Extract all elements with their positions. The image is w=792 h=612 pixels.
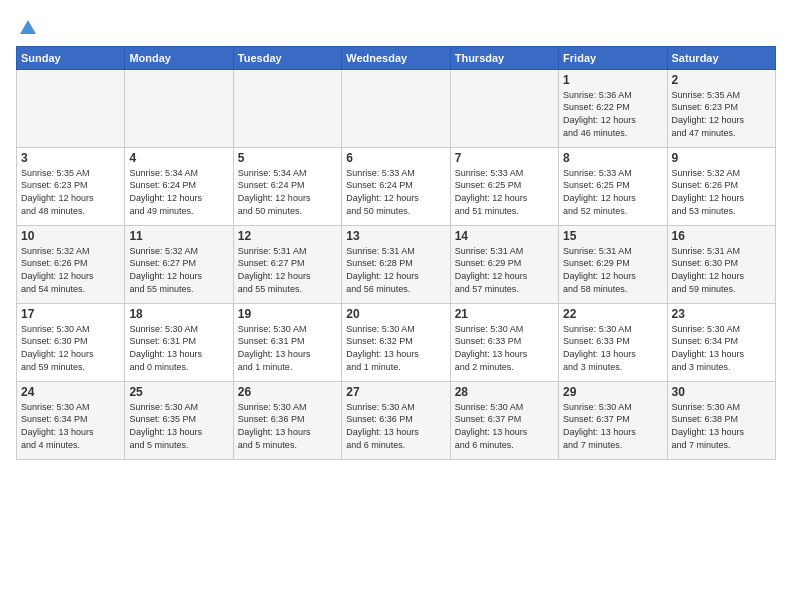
calendar-header-cell: Sunday — [17, 46, 125, 69]
day-info: Sunrise: 5:30 AM Sunset: 6:34 PM Dayligh… — [672, 323, 771, 373]
day-info: Sunrise: 5:31 AM Sunset: 6:30 PM Dayligh… — [672, 245, 771, 295]
calendar-day-cell: 10Sunrise: 5:32 AM Sunset: 6:26 PM Dayli… — [17, 225, 125, 303]
calendar-day-cell: 27Sunrise: 5:30 AM Sunset: 6:36 PM Dayli… — [342, 381, 450, 459]
calendar-day-cell: 24Sunrise: 5:30 AM Sunset: 6:34 PM Dayli… — [17, 381, 125, 459]
calendar-day-cell: 29Sunrise: 5:30 AM Sunset: 6:37 PM Dayli… — [559, 381, 667, 459]
day-info: Sunrise: 5:35 AM Sunset: 6:23 PM Dayligh… — [672, 89, 771, 139]
calendar-day-cell: 5Sunrise: 5:34 AM Sunset: 6:24 PM Daylig… — [233, 147, 341, 225]
calendar-day-cell — [342, 69, 450, 147]
calendar-day-cell: 4Sunrise: 5:34 AM Sunset: 6:24 PM Daylig… — [125, 147, 233, 225]
day-info: Sunrise: 5:31 AM Sunset: 6:28 PM Dayligh… — [346, 245, 445, 295]
calendar-day-cell: 8Sunrise: 5:33 AM Sunset: 6:25 PM Daylig… — [559, 147, 667, 225]
calendar-table: SundayMondayTuesdayWednesdayThursdayFrid… — [16, 46, 776, 460]
day-info: Sunrise: 5:30 AM Sunset: 6:33 PM Dayligh… — [455, 323, 554, 373]
day-info: Sunrise: 5:33 AM Sunset: 6:25 PM Dayligh… — [455, 167, 554, 217]
calendar-day-cell — [17, 69, 125, 147]
calendar-header-cell: Monday — [125, 46, 233, 69]
day-info: Sunrise: 5:30 AM Sunset: 6:37 PM Dayligh… — [455, 401, 554, 451]
day-info: Sunrise: 5:31 AM Sunset: 6:29 PM Dayligh… — [563, 245, 662, 295]
day-number: 30 — [672, 385, 771, 399]
day-number: 4 — [129, 151, 228, 165]
calendar-day-cell — [450, 69, 558, 147]
day-info: Sunrise: 5:32 AM Sunset: 6:26 PM Dayligh… — [21, 245, 120, 295]
calendar-day-cell: 15Sunrise: 5:31 AM Sunset: 6:29 PM Dayli… — [559, 225, 667, 303]
calendar-day-cell — [125, 69, 233, 147]
day-info: Sunrise: 5:32 AM Sunset: 6:26 PM Dayligh… — [672, 167, 771, 217]
day-number: 27 — [346, 385, 445, 399]
calendar-day-cell: 7Sunrise: 5:33 AM Sunset: 6:25 PM Daylig… — [450, 147, 558, 225]
calendar-day-cell: 21Sunrise: 5:30 AM Sunset: 6:33 PM Dayli… — [450, 303, 558, 381]
day-info: Sunrise: 5:30 AM Sunset: 6:30 PM Dayligh… — [21, 323, 120, 373]
day-number: 18 — [129, 307, 228, 321]
calendar-day-cell: 13Sunrise: 5:31 AM Sunset: 6:28 PM Dayli… — [342, 225, 450, 303]
calendar-day-cell: 22Sunrise: 5:30 AM Sunset: 6:33 PM Dayli… — [559, 303, 667, 381]
calendar-week-row: 3Sunrise: 5:35 AM Sunset: 6:23 PM Daylig… — [17, 147, 776, 225]
calendar-header-cell: Wednesday — [342, 46, 450, 69]
day-number: 1 — [563, 73, 662, 87]
header — [16, 12, 776, 38]
calendar-day-cell: 11Sunrise: 5:32 AM Sunset: 6:27 PM Dayli… — [125, 225, 233, 303]
day-number: 7 — [455, 151, 554, 165]
day-info: Sunrise: 5:30 AM Sunset: 6:37 PM Dayligh… — [563, 401, 662, 451]
day-number: 3 — [21, 151, 120, 165]
day-info: Sunrise: 5:30 AM Sunset: 6:34 PM Dayligh… — [21, 401, 120, 451]
calendar-week-row: 17Sunrise: 5:30 AM Sunset: 6:30 PM Dayli… — [17, 303, 776, 381]
day-number: 20 — [346, 307, 445, 321]
calendar-day-cell: 17Sunrise: 5:30 AM Sunset: 6:30 PM Dayli… — [17, 303, 125, 381]
day-number: 16 — [672, 229, 771, 243]
day-number: 24 — [21, 385, 120, 399]
calendar-header-cell: Saturday — [667, 46, 775, 69]
calendar-day-cell: 14Sunrise: 5:31 AM Sunset: 6:29 PM Dayli… — [450, 225, 558, 303]
day-info: Sunrise: 5:33 AM Sunset: 6:24 PM Dayligh… — [346, 167, 445, 217]
day-info: Sunrise: 5:36 AM Sunset: 6:22 PM Dayligh… — [563, 89, 662, 139]
page-container: SundayMondayTuesdayWednesdayThursdayFrid… — [0, 0, 792, 468]
day-number: 25 — [129, 385, 228, 399]
day-number: 15 — [563, 229, 662, 243]
day-number: 22 — [563, 307, 662, 321]
day-number: 29 — [563, 385, 662, 399]
day-number: 26 — [238, 385, 337, 399]
day-info: Sunrise: 5:30 AM Sunset: 6:32 PM Dayligh… — [346, 323, 445, 373]
day-info: Sunrise: 5:34 AM Sunset: 6:24 PM Dayligh… — [238, 167, 337, 217]
day-number: 6 — [346, 151, 445, 165]
day-info: Sunrise: 5:31 AM Sunset: 6:27 PM Dayligh… — [238, 245, 337, 295]
calendar-header-cell: Thursday — [450, 46, 558, 69]
calendar-week-row: 24Sunrise: 5:30 AM Sunset: 6:34 PM Dayli… — [17, 381, 776, 459]
logo-icon — [18, 18, 38, 38]
day-number: 9 — [672, 151, 771, 165]
calendar-day-cell: 19Sunrise: 5:30 AM Sunset: 6:31 PM Dayli… — [233, 303, 341, 381]
calendar-header-cell: Friday — [559, 46, 667, 69]
day-info: Sunrise: 5:31 AM Sunset: 6:29 PM Dayligh… — [455, 245, 554, 295]
day-info: Sunrise: 5:30 AM Sunset: 6:33 PM Dayligh… — [563, 323, 662, 373]
calendar-day-cell: 1Sunrise: 5:36 AM Sunset: 6:22 PM Daylig… — [559, 69, 667, 147]
calendar-day-cell — [233, 69, 341, 147]
calendar-day-cell: 20Sunrise: 5:30 AM Sunset: 6:32 PM Dayli… — [342, 303, 450, 381]
calendar-day-cell: 28Sunrise: 5:30 AM Sunset: 6:37 PM Dayli… — [450, 381, 558, 459]
calendar-day-cell: 3Sunrise: 5:35 AM Sunset: 6:23 PM Daylig… — [17, 147, 125, 225]
day-number: 10 — [21, 229, 120, 243]
calendar-day-cell: 2Sunrise: 5:35 AM Sunset: 6:23 PM Daylig… — [667, 69, 775, 147]
day-info: Sunrise: 5:35 AM Sunset: 6:23 PM Dayligh… — [21, 167, 120, 217]
day-number: 14 — [455, 229, 554, 243]
day-number: 21 — [455, 307, 554, 321]
calendar-day-cell: 12Sunrise: 5:31 AM Sunset: 6:27 PM Dayli… — [233, 225, 341, 303]
day-number: 17 — [21, 307, 120, 321]
day-info: Sunrise: 5:30 AM Sunset: 6:36 PM Dayligh… — [346, 401, 445, 451]
calendar-day-cell: 18Sunrise: 5:30 AM Sunset: 6:31 PM Dayli… — [125, 303, 233, 381]
svg-marker-0 — [20, 20, 36, 34]
day-info: Sunrise: 5:30 AM Sunset: 6:38 PM Dayligh… — [672, 401, 771, 451]
day-number: 5 — [238, 151, 337, 165]
calendar-header-cell: Tuesday — [233, 46, 341, 69]
calendar-day-cell: 16Sunrise: 5:31 AM Sunset: 6:30 PM Dayli… — [667, 225, 775, 303]
day-number: 2 — [672, 73, 771, 87]
calendar-day-cell: 6Sunrise: 5:33 AM Sunset: 6:24 PM Daylig… — [342, 147, 450, 225]
day-number: 23 — [672, 307, 771, 321]
day-number: 13 — [346, 229, 445, 243]
day-number: 11 — [129, 229, 228, 243]
day-number: 19 — [238, 307, 337, 321]
calendar-day-cell: 25Sunrise: 5:30 AM Sunset: 6:35 PM Dayli… — [125, 381, 233, 459]
day-info: Sunrise: 5:30 AM Sunset: 6:31 PM Dayligh… — [238, 323, 337, 373]
calendar-day-cell: 26Sunrise: 5:30 AM Sunset: 6:36 PM Dayli… — [233, 381, 341, 459]
calendar-day-cell: 9Sunrise: 5:32 AM Sunset: 6:26 PM Daylig… — [667, 147, 775, 225]
day-number: 12 — [238, 229, 337, 243]
